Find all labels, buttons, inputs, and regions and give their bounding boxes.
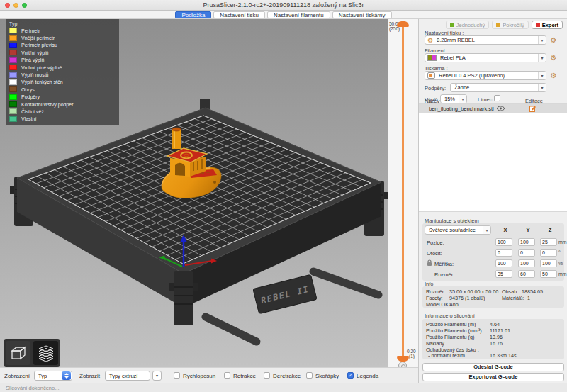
extrusion-type-legend: Typ Perimetr Vnější perimetr Perimetr př… <box>6 19 119 125</box>
slider-bottom-value: 0.20 <box>407 349 416 354</box>
mode-expert-button[interactable]: Expert <box>532 21 563 29</box>
show-label: Zobrazit <box>79 373 100 379</box>
color-swatch <box>9 79 17 85</box>
export-gcode-button[interactable]: Exportovat G–code <box>422 373 564 381</box>
size-x-input[interactable] <box>495 270 512 278</box>
eye-icon[interactable] <box>497 106 505 113</box>
chevron-down-icon[interactable]: ▾ <box>538 36 546 44</box>
chevron-down-icon[interactable]: ▾ <box>483 226 490 234</box>
preview-view-button[interactable] <box>33 341 58 365</box>
brim-checkbox[interactable] <box>494 95 500 101</box>
shells-checkbox[interactable] <box>306 372 313 379</box>
cost-value: 16.76 <box>490 340 503 347</box>
chevron-down-icon[interactable]: ▾ <box>538 54 546 62</box>
3d-editor-view-button[interactable] <box>6 341 30 365</box>
color-swatch <box>9 94 17 100</box>
legend-item: Podpěry <box>9 94 116 101</box>
scale-x-input[interactable] <box>495 259 512 267</box>
mode-advanced-button[interactable]: Pokročilý <box>492 21 528 29</box>
axis-x-header: X <box>497 227 514 233</box>
slicing-info-title: Informace o slicování <box>425 313 475 319</box>
color-swatch <box>9 50 17 55</box>
legend-item: Výplň mostů <box>9 71 116 78</box>
filament-g-value: 13.96 <box>490 334 503 340</box>
retractions-checkbox[interactable] <box>224 372 230 379</box>
rotate-y-input[interactable] <box>518 249 535 257</box>
model-facets-value: 94376 (1 obalů) <box>449 295 485 301</box>
supports-combo[interactable]: Žádné ▾ <box>450 83 546 92</box>
edit-filament-gear[interactable]: ⚙ <box>549 53 558 62</box>
tab-printer-settings[interactable]: Nastavení tiskárny <box>332 11 392 18</box>
coordinate-system-combo[interactable]: Světové souřadnice ▾ <box>425 225 491 235</box>
infill-combo[interactable]: 15% ▾ <box>440 94 467 103</box>
slider-top-layer: (250) <box>389 26 400 31</box>
color-swatch <box>9 101 17 107</box>
3d-viewport[interactable]: REBEL II <box>0 19 388 367</box>
view-type-select[interactable]: Typ <box>34 371 72 381</box>
show-features-select[interactable]: Typy extruzí <box>105 371 150 381</box>
color-swatch <box>9 108 17 114</box>
tab-filament-settings[interactable]: Nastavení filamentu <box>267 11 330 18</box>
filament-combo[interactable]: Rebel PLA ▾ <box>425 53 546 62</box>
size-y-input[interactable] <box>518 270 535 278</box>
info-panel: Rozměr: 35.00 x 60.00 x 50.00 Obsah: 188… <box>422 286 564 308</box>
slider-bottom-layer: (1) <box>409 354 415 359</box>
minimize-window-button[interactable] <box>13 3 18 8</box>
rotate-x-input[interactable] <box>495 249 512 257</box>
layer-slider-lower-handle[interactable] <box>397 356 409 362</box>
chevron-down-icon[interactable]: ▾ <box>538 84 546 91</box>
axis-z-header: Z <box>541 227 558 233</box>
edit-print-settings-gear[interactable]: ⚙ <box>549 35 558 45</box>
scale-y-input[interactable] <box>518 259 535 267</box>
size-label: Rozměr: <box>434 271 454 278</box>
scale-label: Měřítka: <box>434 261 454 267</box>
expert-mode-icon <box>536 23 540 27</box>
printer-combo[interactable]: Rebel II 0.4 PS2 (upraveno) ▾ <box>425 71 546 80</box>
rotate-z-input[interactable] <box>540 249 557 257</box>
mode-simple-button[interactable]: Jednoduchý <box>446 21 489 29</box>
layer-slider-upper-handle[interactable] <box>397 21 409 27</box>
position-y-input[interactable] <box>518 238 535 246</box>
rotate-label: Otočit: <box>427 250 442 257</box>
color-swatch <box>9 86 17 92</box>
object-manipulation-panel: Světové souřadnice ▾ X Y Z Pozice: mm Ot… <box>422 223 564 281</box>
chevron-down-icon[interactable]: ▾ <box>459 95 466 103</box>
sidebar: Jednoduchý Pokročilý Expert Nastavení ti… <box>418 19 567 383</box>
model-materials-value: 1 <box>527 295 530 301</box>
stepper-icon <box>62 371 71 380</box>
simple-mode-icon <box>450 23 454 27</box>
legend-item: Kontaktní vrstvy podpěr <box>9 101 116 108</box>
tab-plater[interactable]: Podložka <box>175 11 211 18</box>
position-x-input[interactable] <box>495 238 512 246</box>
print-bed <box>10 99 388 342</box>
object-list: ben_floating_benchmark.stl <box>419 103 567 212</box>
send-gcode-button[interactable]: Odeslat G-code <box>422 363 564 371</box>
settings-tab-bar: Podložka Nastavení tisku Nastavení filam… <box>0 11 567 19</box>
color-swatch <box>9 57 17 63</box>
unretractions-checkbox[interactable] <box>264 372 270 379</box>
show-features-chevron-button[interactable]: ▾ <box>152 371 162 381</box>
legend-checkbox[interactable]: ✓ <box>347 372 354 379</box>
position-label: Pozice: <box>427 240 444 246</box>
size-z-input[interactable] <box>540 270 557 278</box>
scale-z-input[interactable] <box>540 259 557 267</box>
chevron-down-icon[interactable]: ▾ <box>538 72 546 79</box>
mode-selector: Jednoduchý Pokročilý Expert <box>446 21 563 29</box>
legend-item: Vnější perimetr <box>9 34 116 41</box>
edit-object-icon[interactable] <box>529 105 536 113</box>
color-swatch <box>9 65 17 70</box>
tab-print-settings[interactable]: Nastavení tisku <box>213 11 265 18</box>
travel-checkbox[interactable] <box>174 372 180 379</box>
model-ok-value: Ano <box>449 301 459 308</box>
lock-icon[interactable] <box>427 259 432 268</box>
print-time-value: 1h 33m 14s <box>490 352 517 359</box>
layer-slider-track[interactable] <box>402 25 404 358</box>
position-z-input[interactable] <box>540 238 557 246</box>
print-settings-combo[interactable]: ⚙ 0.20mm REBEL ▾ <box>425 35 546 45</box>
close-window-button[interactable] <box>5 3 10 8</box>
zoom-window-button[interactable] <box>22 3 27 8</box>
edit-printer-gear[interactable]: ⚙ <box>549 71 558 80</box>
object-list-row[interactable]: ben_floating_benchmark.stl <box>419 104 567 113</box>
title-bar: PrusaSlicer-2.1.0-rc2+-201909111218 zalo… <box>0 0 567 11</box>
bed-nameplate: REBEL II <box>253 274 317 313</box>
